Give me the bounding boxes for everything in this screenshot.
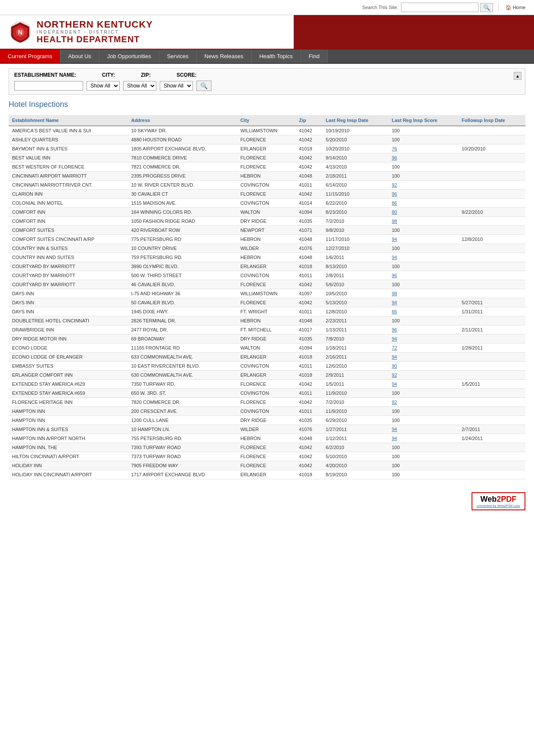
table-cell: 100 [388,135,458,144]
table-cell: WILLIAMSTOWN [237,126,295,135]
table-cell: CINCINNATI AIRPORT MARRIOTT [9,172,127,181]
search-input[interactable] [401,3,478,12]
table-cell: 2/11/2011 [458,325,525,334]
table-cell: 100 [388,316,458,325]
table-cell [458,253,525,262]
table-cell: I-75 AND HIGHWAY 36 [127,289,237,298]
nav-item-health-topics[interactable]: Health Topics [251,50,301,63]
table-cell: 2/16/2011 [322,353,388,362]
logo-left: N NORTHERN KENTUCKY INDEPENDENT · DISTRI… [9,19,525,44]
table-cell: 6/22/2010 [322,199,388,208]
table-row: CLARION INN30 CAVALIER CTFLORENCE4104211… [9,190,525,199]
table-row: COMFORT SUITES420 RIVERBOAT ROWNEWPORT41… [9,226,525,235]
table-cell: FLORENCE [237,135,295,144]
table-cell: 50 CAVALIER BLVD. [127,298,237,307]
nav-item-about-us[interactable]: About Us [60,50,99,63]
table-cell: 200 CRESCENT AVE. [127,407,237,416]
table-cell: AMERICA'S BEST VALUE INN & SUI [9,126,127,135]
nav-item-find[interactable]: Find [301,50,328,63]
table-cell: 1/24/2011 [458,434,525,443]
table-cell [458,389,525,398]
table-cell: HAMPTON INN [9,407,127,416]
nav-item-services[interactable]: Services [159,50,197,63]
table-cell: 100 [388,280,458,289]
table-cell: 41011 [295,389,322,398]
table-cell: 3990 OLYMPIC BLVD. [127,262,237,271]
table-cell: BAYMONT INN & SUITES [9,144,127,153]
table-row: DOUBLETREE HOTEL CINCINNATI2826 TERMINAL… [9,316,525,325]
establishment-name-input[interactable] [14,81,83,91]
table-cell [458,217,525,226]
home-link[interactable]: 🏠 Home [506,5,525,10]
table-cell: 41014 [295,199,322,208]
table-row: ECONO LODGE11165 FRONTAGE RDWALTON410941… [9,344,525,353]
table-cell: WILDER [237,425,295,434]
table-cell: 4880 HOUSTON ROAD [127,135,237,144]
table-cell: 1/27/2011 [322,425,388,434]
table-cell: ERLANGER [237,262,295,271]
scroll-up-button[interactable]: ▲ [514,72,522,80]
table-cell: 92 [388,371,458,380]
nav-item-news-releases[interactable]: News Releases [197,50,251,63]
nav-item-job-opportunities[interactable]: Job Opportunities [99,50,159,63]
filter-search-button[interactable]: 🔍 [196,81,211,91]
table-cell [458,226,525,235]
table-row: CINCINNATI AIRPORT MARRIOTT2395 PROGRESS… [9,172,525,181]
table-cell: 90 [388,362,458,371]
table-cell: 72 [388,344,458,353]
table-cell: DAYS INN [9,289,127,298]
table-cell: HOLIDAY INN CINCINNATI A/RPORT [9,470,127,479]
table-row: CINCINNATI MARRIOTT/RIVER CNT.10 W. RIVE… [9,181,525,190]
table-cell: 80 [388,208,458,217]
table-cell: 94 [388,253,458,262]
table-cell: 8/13/2010 [322,262,388,271]
city-select[interactable]: Show All [87,81,120,91]
search-icon-button[interactable]: 🔍 [480,3,493,12]
table-cell: 100 [388,162,458,172]
table-cell: 1/31/2011 [458,307,525,316]
table-cell: 96 [388,271,458,280]
content-area: ▲ ESTABLISHMENT NAME: CITY: ZIP: SCORE: … [0,64,534,484]
table-cell: 100 [388,461,458,470]
table-cell: 41011 [295,307,322,316]
search-label: Search This Site: [362,5,398,10]
table-cell: COVINGTON [237,181,295,190]
zip-select[interactable]: Show All [123,81,156,91]
table-cell: 41042 [295,135,322,144]
footer: Web2PDF converted by Web2PDF.com [0,488,534,515]
web2pdf-subtitle: converted by Web2PDF.com [477,504,520,508]
table-cell: 10/5/2010 [322,289,388,298]
logo-subtitle: INDEPENDENT · DISTRICT [37,30,153,34]
table-cell: EXTENDED STAY AMERICA #659 [9,389,127,398]
table-cell: ECONO LODGE [9,344,127,353]
table-cell [458,181,525,190]
table-cell: 100 [388,407,458,416]
web2pdf-text-web: Web [481,495,497,503]
table-cell: ERLANGER [237,353,295,362]
table-cell: 41048 [295,235,322,244]
table-cell: 92 [388,398,458,407]
table-cell: 41076 [295,425,322,434]
table-cell: 6/29/2010 [322,416,388,425]
table-cell: DRY RIDGE MOTOR INN [9,334,127,344]
col-header-last-reg-score: Last Reg Insp Score [388,115,458,126]
table-cell: FLORENCE [237,153,295,162]
table-cell: 100 [388,126,458,135]
table-cell: ERLANGER [237,144,295,153]
table-row: AMERICA'S BEST VALUE INN & SUI10 SKYWAY … [9,126,525,135]
nav-item-current-programs[interactable]: Current Programs [0,50,60,63]
table-cell [458,470,525,479]
score-select[interactable]: Show All [160,81,193,91]
table-cell: 41042 [295,398,322,407]
table-cell: 100 [388,443,458,452]
table-cell: 1805 AIRPORT EXCHANGE BLVD. [127,144,237,153]
table-cell: 11/9/2010 [322,407,388,416]
table-cell: CLARION INN [9,190,127,199]
table-cell: 100 [388,416,458,425]
table-row: HAMPTON INN A/RPORT NORTH755 PETERSBURG … [9,434,525,443]
table-cell: DAYS INN [9,307,127,316]
table-cell: 7821 COMMERCE DR. [127,162,237,172]
table-cell: 2/7/2011 [458,425,525,434]
table-cell: 41011 [295,362,322,371]
col-header-address: Address [127,115,237,126]
